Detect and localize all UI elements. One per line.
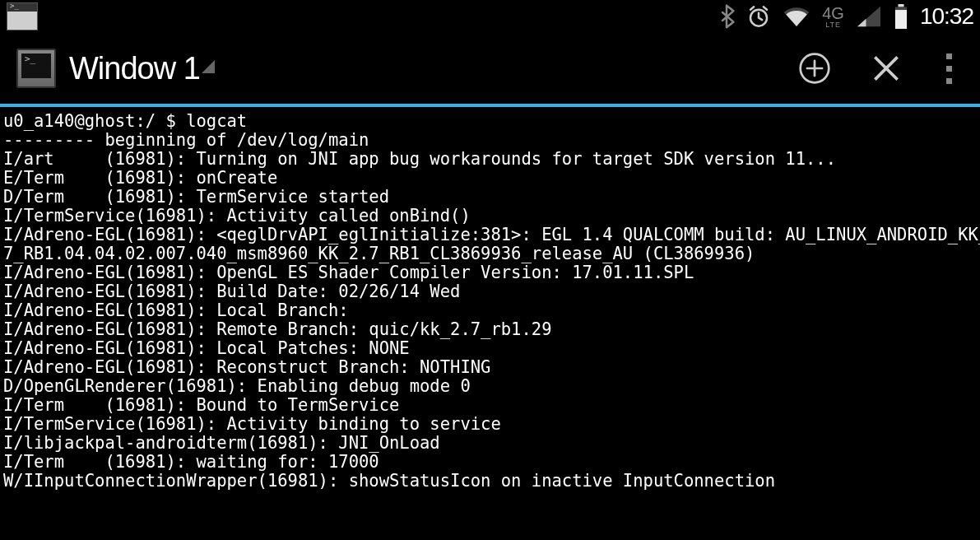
- alarm-icon: [746, 4, 771, 29]
- terminal-notification-icon: [7, 2, 38, 30]
- network-lte-text: LTE: [825, 21, 841, 29]
- window-selector[interactable]: Window 1: [69, 51, 215, 86]
- plus-circle-icon: [798, 52, 831, 85]
- terminal-output[interactable]: u0_a140@ghost:/ $ logcat --------- begin…: [0, 107, 980, 491]
- overflow-icon: [941, 54, 957, 84]
- status-clock: 10:32: [920, 3, 973, 30]
- add-window-button[interactable]: [798, 52, 831, 85]
- status-right: 4G LTE 10:32: [718, 3, 973, 30]
- app-actions: [798, 52, 957, 85]
- svg-rect-1: [898, 4, 903, 7]
- overflow-menu-button[interactable]: [941, 54, 957, 84]
- network-type-label: 4G LTE: [822, 5, 844, 29]
- network-4g-text: 4G: [822, 5, 844, 21]
- cell-signal-icon: [856, 5, 882, 28]
- battery-icon: [894, 4, 908, 29]
- window-title: Window 1: [69, 51, 200, 86]
- status-bar: 4G LTE 10:32: [0, 0, 980, 33]
- dropdown-triangle-icon: [202, 60, 215, 73]
- close-icon: [872, 54, 900, 82]
- svg-rect-3: [895, 10, 907, 29]
- wifi-icon: [783, 5, 810, 28]
- bluetooth-icon: [718, 4, 735, 29]
- app-bar: Window 1: [0, 33, 980, 107]
- status-left: [7, 2, 38, 30]
- app-icon: [16, 49, 56, 88]
- close-window-button[interactable]: [872, 54, 900, 82]
